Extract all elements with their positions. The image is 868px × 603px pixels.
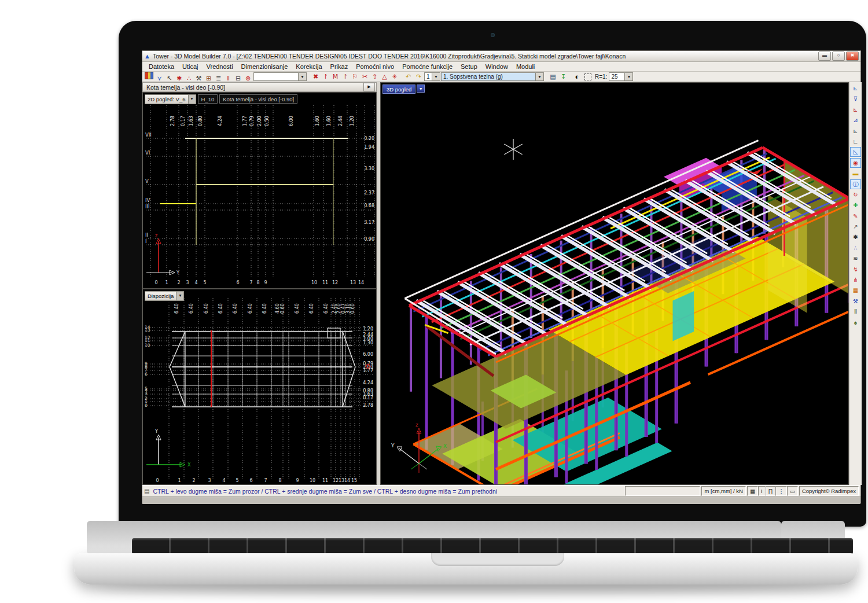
axes-icon[interactable]: ∟	[850, 137, 861, 146]
points-tool-icon[interactable]: ∴	[184, 74, 194, 83]
burst-icon[interactable]: ✳	[389, 72, 399, 81]
load-m-icon[interactable]: Ⅿ	[330, 72, 340, 81]
perspective-icon[interactable]: ◺	[850, 147, 861, 157]
menu-item-pomo-ni-nivo[interactable]: Pomoćni nivo	[352, 62, 398, 71]
render-icon[interactable]: ◉	[850, 158, 861, 168]
menu-item-prikaz[interactable]: Prikaz	[326, 62, 352, 71]
grid-tool-icon[interactable]: ≣	[214, 74, 223, 83]
svg-text:z: z	[155, 233, 157, 238]
menu-item-moduli[interactable]: Moduli	[512, 62, 539, 71]
svg-text:13: 13	[339, 478, 344, 483]
menu-item-dimenzionisanje[interactable]: Dimenzionisanje	[237, 62, 292, 71]
fork-icon[interactable]: ⋔	[850, 275, 861, 285]
load-case-combo[interactable]: 1. Sopstvena tezina (g)▼	[441, 72, 544, 81]
view-corner-icon[interactable]: ⊿	[850, 115, 861, 125]
print-icon[interactable]: ▤	[548, 72, 558, 81]
node-tool-icon[interactable]: ✱	[174, 74, 184, 83]
menu-item-datoteka[interactable]: Datoteka	[145, 62, 178, 71]
section-2d-view[interactable]: 2.780.171.630.804.241.770.792.000.506.00…	[142, 92, 377, 289]
select-entity-icon[interactable]: ⋎	[155, 74, 164, 83]
svg-text:2.44: 2.44	[338, 116, 343, 126]
disposition-combo[interactable]: Dispozicija▼	[145, 291, 184, 301]
view-frame-icon[interactable]: ⊾	[850, 126, 861, 136]
svg-text:12: 12	[333, 478, 339, 483]
slab-tool-icon[interactable]: ⊞	[204, 74, 214, 83]
raise-icon[interactable]: ⇧	[370, 72, 380, 81]
svg-text:0: 0	[155, 280, 157, 285]
cut-icon[interactable]: ✂	[360, 72, 370, 81]
tree-icon[interactable]: ♠	[850, 318, 861, 328]
scale-ratio-combo[interactable]: 25▼	[609, 72, 633, 81]
grid-toggle-icon[interactable]: ▦	[747, 486, 758, 496]
pause-icon[interactable]: Ⅱ	[850, 307, 861, 317]
undo-icon[interactable]: ↶	[403, 72, 413, 81]
export-icon[interactable]: ↧	[558, 72, 568, 81]
zoom-hint-text: CTRL + levo dugme miša = Zum prozor / CT…	[153, 488, 497, 495]
svg-text:0: 0	[145, 403, 148, 408]
copyright-label: Copyright© Radimpex	[799, 486, 859, 496]
view-down-icon[interactable]: ⊽	[850, 94, 861, 104]
load-lift-icon[interactable]: ↾	[340, 72, 350, 81]
view3d-tab[interactable]: 3D pogled	[382, 84, 415, 94]
add-icon[interactable]: ✚	[850, 200, 861, 210]
menu-item-window[interactable]: Window	[481, 62, 512, 71]
layer-combo[interactable]: ▼	[253, 72, 307, 81]
disposition-2d-view[interactable]: 6.406.406.406.406.406.406.404.600.606.40…	[142, 289, 377, 485]
svg-text:2.37: 2.37	[364, 190, 374, 196]
dots-icon[interactable]: ∴	[850, 243, 861, 253]
menu-item-pomo-ne-funkcije[interactable]: Pomoćne funkcije	[398, 62, 457, 71]
pi-icon[interactable]: ∏	[766, 486, 776, 496]
redo-icon[interactable]: ↷	[414, 72, 424, 81]
svg-text:1: 1	[165, 280, 168, 285]
display-options-icon[interactable]	[145, 72, 153, 79]
menu-item-uticaj[interactable]: Uticaj	[178, 62, 203, 71]
svg-text:X: X	[187, 462, 191, 468]
cursor-mode-icon[interactable]: I	[758, 486, 766, 496]
menu-item-vrednosti[interactable]: Vrednosti	[203, 62, 237, 71]
units-indicator[interactable]: m [cm,mm] / kN	[701, 486, 746, 496]
load-flag-icon[interactable]: ⚐	[350, 72, 360, 81]
menu-item-setup[interactable]: Setup	[457, 62, 481, 71]
dots-toggle-icon[interactable]: ⋮	[775, 486, 787, 496]
pointer-icon[interactable]: ↖	[164, 74, 174, 83]
triangle-load-icon[interactable]: △	[380, 72, 389, 81]
svg-text:V: V	[145, 178, 149, 184]
viewport-3d[interactable]: zYX 3D pogled ▼	[380, 82, 849, 485]
bar-toggle-icon[interactable]: ▭	[787, 486, 798, 496]
lightning-icon[interactable]: ↯	[850, 264, 861, 274]
history-steps-spinner[interactable]: 1▼	[424, 72, 440, 81]
view-selector-combo[interactable]: 2D pogled: V_6▼	[145, 94, 196, 104]
table-tool-icon[interactable]: ⊟	[233, 74, 243, 83]
materials-icon[interactable]: ▬	[850, 168, 861, 178]
panel-expand-button[interactable]: ▶	[363, 83, 375, 91]
view-angle-icon[interactable]: ⊾	[850, 105, 861, 115]
section-tool-icon[interactable]: ‖	[223, 74, 233, 83]
tab-level[interactable]: H_10	[198, 94, 218, 104]
selection-box-icon[interactable]	[584, 73, 591, 80]
load-x-icon[interactable]: ✖	[311, 72, 321, 81]
close-button[interactable]: ✖	[846, 52, 859, 61]
contrast-icon[interactable]: ◐	[572, 72, 582, 81]
rotate-icon[interactable]: ↻	[850, 190, 861, 200]
svg-text:Y: Y	[176, 270, 179, 275]
load-up-icon[interactable]: ↾	[321, 72, 330, 81]
info-icon[interactable]: ⓘ	[850, 179, 861, 189]
view-node-icon[interactable]: ⊾	[850, 83, 861, 93]
section-panel-header[interactable]: Kota temelja - visi deo [-0.90] ▶	[142, 82, 377, 92]
menu-item-korekcija[interactable]: Korekcija	[292, 62, 326, 71]
edit-icon[interactable]: ✎	[850, 211, 861, 221]
status-empty-cell	[625, 486, 700, 496]
move-icon[interactable]: ↗	[850, 222, 861, 231]
beam-tool-icon[interactable]: ⚒	[194, 74, 204, 83]
hatch-icon[interactable]: ▦	[850, 285, 861, 295]
tools-icon[interactable]: ⚒	[850, 296, 861, 306]
svg-text:VII: VII	[145, 132, 152, 138]
maximize-button[interactable]: ○	[832, 52, 845, 61]
delete-icon[interactable]: ⊗	[243, 74, 253, 83]
view3d-tab-arrow[interactable]: ▼	[417, 84, 425, 93]
snap-icon[interactable]: ✱	[850, 232, 861, 242]
tab-section-title[interactable]: Kota temelja - visi deo [-0.90]	[219, 94, 297, 104]
minimize-button[interactable]: ▬	[818, 52, 831, 61]
waves-icon[interactable]: ≋	[850, 253, 861, 263]
title-bar[interactable]: ▲ Tower - 3D Model Builder 7.0 - [Z:\02 …	[142, 51, 860, 62]
